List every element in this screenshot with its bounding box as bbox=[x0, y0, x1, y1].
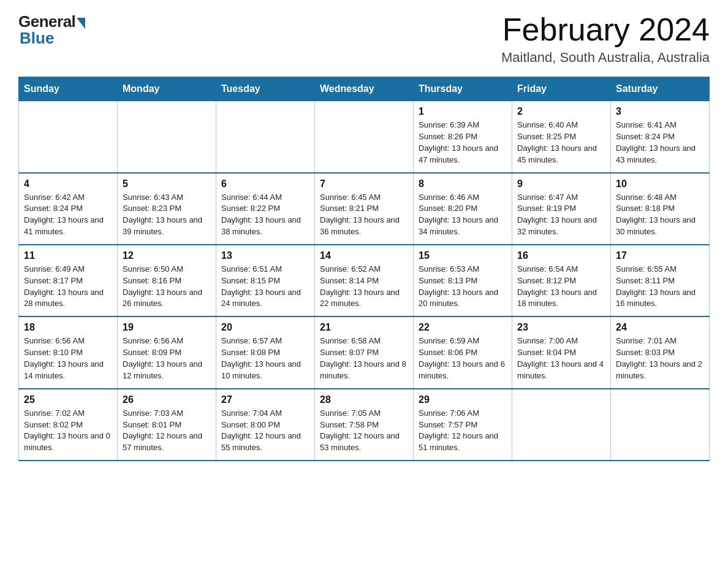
calendar-cell: 14Sunrise: 6:52 AM Sunset: 8:14 PM Dayli… bbox=[315, 245, 414, 316]
day-info: Sunrise: 6:49 AM Sunset: 8:17 PM Dayligh… bbox=[24, 264, 112, 310]
day-info: Sunrise: 6:41 AM Sunset: 8:24 PM Dayligh… bbox=[616, 120, 704, 166]
calendar-cell: 20Sunrise: 6:57 AM Sunset: 8:08 PM Dayli… bbox=[216, 316, 315, 388]
day-info: Sunrise: 6:47 AM Sunset: 8:19 PM Dayligh… bbox=[517, 192, 605, 238]
day-info: Sunrise: 6:48 AM Sunset: 8:18 PM Dayligh… bbox=[616, 192, 704, 238]
day-number: 26 bbox=[123, 394, 211, 405]
logo-arrow-icon bbox=[77, 18, 85, 29]
calendar-cell: 2Sunrise: 6:40 AM Sunset: 8:25 PM Daylig… bbox=[512, 101, 611, 173]
day-info: Sunrise: 6:42 AM Sunset: 8:24 PM Dayligh… bbox=[24, 192, 112, 238]
day-number: 17 bbox=[616, 250, 704, 261]
calendar-cell: 8Sunrise: 6:46 AM Sunset: 8:20 PM Daylig… bbox=[414, 173, 512, 245]
calendar-cell: 26Sunrise: 7:03 AM Sunset: 8:01 PM Dayli… bbox=[118, 389, 216, 461]
day-number: 19 bbox=[123, 322, 211, 333]
calendar-cell bbox=[512, 389, 611, 461]
calendar-cell: 24Sunrise: 7:01 AM Sunset: 8:03 PM Dayli… bbox=[611, 316, 710, 388]
day-info: Sunrise: 6:56 AM Sunset: 8:09 PM Dayligh… bbox=[123, 335, 211, 381]
calendar-cell: 1Sunrise: 6:39 AM Sunset: 8:26 PM Daylig… bbox=[414, 101, 512, 173]
calendar-cell: 13Sunrise: 6:51 AM Sunset: 8:15 PM Dayli… bbox=[216, 245, 315, 316]
calendar-cell: 4Sunrise: 6:42 AM Sunset: 8:24 PM Daylig… bbox=[19, 173, 118, 245]
calendar-location: Maitland, South Australia, Australia bbox=[501, 50, 710, 66]
day-info: Sunrise: 6:59 AM Sunset: 8:06 PM Dayligh… bbox=[419, 335, 507, 381]
day-number: 2 bbox=[517, 106, 605, 117]
day-number: 27 bbox=[221, 394, 309, 405]
day-number: 4 bbox=[24, 178, 112, 190]
day-number: 24 bbox=[616, 322, 704, 333]
day-info: Sunrise: 7:00 AM Sunset: 8:04 PM Dayligh… bbox=[517, 335, 605, 381]
day-number: 18 bbox=[24, 322, 112, 333]
calendar-title: February 2024 bbox=[501, 12, 710, 47]
day-number: 7 bbox=[320, 178, 408, 190]
calendar-cell: 7Sunrise: 6:45 AM Sunset: 8:21 PM Daylig… bbox=[315, 173, 414, 245]
calendar-cell: 15Sunrise: 6:53 AM Sunset: 8:13 PM Dayli… bbox=[414, 245, 512, 316]
day-info: Sunrise: 6:50 AM Sunset: 8:16 PM Dayligh… bbox=[123, 264, 211, 310]
calendar-cell: 3Sunrise: 6:41 AM Sunset: 8:24 PM Daylig… bbox=[611, 101, 710, 173]
day-number: 8 bbox=[419, 178, 507, 190]
day-number: 5 bbox=[123, 178, 211, 190]
day-number: 23 bbox=[517, 322, 605, 333]
column-header-thursday: Thursday bbox=[414, 77, 512, 101]
title-block: February 2024 Maitland, South Australia,… bbox=[501, 12, 710, 66]
day-info: Sunrise: 7:03 AM Sunset: 8:01 PM Dayligh… bbox=[123, 408, 211, 454]
day-number: 9 bbox=[517, 178, 605, 190]
calendar-week-row: 11Sunrise: 6:49 AM Sunset: 8:17 PM Dayli… bbox=[19, 245, 710, 316]
day-info: Sunrise: 6:55 AM Sunset: 8:11 PM Dayligh… bbox=[616, 264, 704, 310]
calendar-header-row: SundayMondayTuesdayWednesdayThursdayFrid… bbox=[19, 77, 710, 101]
day-number: 29 bbox=[419, 394, 507, 405]
day-info: Sunrise: 7:01 AM Sunset: 8:03 PM Dayligh… bbox=[616, 335, 704, 381]
column-header-sunday: Sunday bbox=[19, 77, 118, 101]
calendar-cell: 29Sunrise: 7:06 AM Sunset: 7:57 PM Dayli… bbox=[414, 389, 512, 461]
calendar-cell bbox=[216, 101, 315, 173]
day-number: 14 bbox=[320, 250, 408, 261]
calendar-cell: 5Sunrise: 6:43 AM Sunset: 8:23 PM Daylig… bbox=[118, 173, 216, 245]
day-number: 15 bbox=[419, 250, 507, 261]
calendar-cell bbox=[315, 101, 414, 173]
day-info: Sunrise: 6:43 AM Sunset: 8:23 PM Dayligh… bbox=[123, 192, 211, 238]
day-info: Sunrise: 6:45 AM Sunset: 8:21 PM Dayligh… bbox=[320, 192, 408, 238]
day-number: 12 bbox=[123, 250, 211, 261]
day-number: 28 bbox=[320, 394, 408, 405]
page-header: General Blue February 2024 Maitland, Sou… bbox=[18, 12, 710, 66]
day-number: 6 bbox=[221, 178, 309, 190]
day-info: Sunrise: 6:53 AM Sunset: 8:13 PM Dayligh… bbox=[419, 264, 507, 310]
day-info: Sunrise: 6:52 AM Sunset: 8:14 PM Dayligh… bbox=[320, 264, 408, 310]
day-number: 16 bbox=[517, 250, 605, 261]
column-header-wednesday: Wednesday bbox=[315, 77, 414, 101]
calendar-cell: 17Sunrise: 6:55 AM Sunset: 8:11 PM Dayli… bbox=[611, 245, 710, 316]
calendar-cell: 16Sunrise: 6:54 AM Sunset: 8:12 PM Dayli… bbox=[512, 245, 611, 316]
day-info: Sunrise: 6:39 AM Sunset: 8:26 PM Dayligh… bbox=[419, 120, 507, 166]
day-info: Sunrise: 6:46 AM Sunset: 8:20 PM Dayligh… bbox=[419, 192, 507, 238]
day-number: 1 bbox=[419, 106, 507, 117]
day-number: 25 bbox=[24, 394, 112, 405]
day-info: Sunrise: 7:05 AM Sunset: 7:58 PM Dayligh… bbox=[320, 408, 408, 454]
day-number: 11 bbox=[24, 250, 112, 261]
calendar-cell: 9Sunrise: 6:47 AM Sunset: 8:19 PM Daylig… bbox=[512, 173, 611, 245]
calendar-week-row: 4Sunrise: 6:42 AM Sunset: 8:24 PM Daylig… bbox=[19, 173, 710, 245]
day-info: Sunrise: 6:54 AM Sunset: 8:12 PM Dayligh… bbox=[517, 264, 605, 310]
calendar-cell: 22Sunrise: 6:59 AM Sunset: 8:06 PM Dayli… bbox=[414, 316, 512, 388]
day-info: Sunrise: 6:58 AM Sunset: 8:07 PM Dayligh… bbox=[320, 335, 408, 381]
day-info: Sunrise: 6:57 AM Sunset: 8:08 PM Dayligh… bbox=[221, 335, 309, 381]
column-header-friday: Friday bbox=[512, 77, 611, 101]
day-info: Sunrise: 7:06 AM Sunset: 7:57 PM Dayligh… bbox=[419, 408, 507, 454]
column-header-monday: Monday bbox=[118, 77, 216, 101]
day-number: 10 bbox=[616, 178, 704, 190]
day-info: Sunrise: 6:40 AM Sunset: 8:25 PM Dayligh… bbox=[517, 120, 605, 166]
calendar-table: SundayMondayTuesdayWednesdayThursdayFrid… bbox=[18, 77, 710, 461]
day-info: Sunrise: 7:02 AM Sunset: 8:02 PM Dayligh… bbox=[24, 408, 112, 454]
calendar-cell bbox=[611, 389, 710, 461]
calendar-cell: 27Sunrise: 7:04 AM Sunset: 8:00 PM Dayli… bbox=[216, 389, 315, 461]
calendar-cell bbox=[118, 101, 216, 173]
day-info: Sunrise: 6:56 AM Sunset: 8:10 PM Dayligh… bbox=[24, 335, 112, 381]
calendar-cell: 23Sunrise: 7:00 AM Sunset: 8:04 PM Dayli… bbox=[512, 316, 611, 388]
column-header-saturday: Saturday bbox=[611, 77, 710, 101]
calendar-week-row: 18Sunrise: 6:56 AM Sunset: 8:10 PM Dayli… bbox=[19, 316, 710, 388]
calendar-cell: 6Sunrise: 6:44 AM Sunset: 8:22 PM Daylig… bbox=[216, 173, 315, 245]
calendar-week-row: 1Sunrise: 6:39 AM Sunset: 8:26 PM Daylig… bbox=[19, 101, 710, 173]
column-header-tuesday: Tuesday bbox=[216, 77, 315, 101]
day-number: 20 bbox=[221, 322, 309, 333]
logo: General Blue bbox=[18, 12, 85, 48]
day-number: 22 bbox=[419, 322, 507, 333]
calendar-cell: 28Sunrise: 7:05 AM Sunset: 7:58 PM Dayli… bbox=[315, 389, 414, 461]
calendar-cell: 18Sunrise: 6:56 AM Sunset: 8:10 PM Dayli… bbox=[19, 316, 118, 388]
calendar-cell: 21Sunrise: 6:58 AM Sunset: 8:07 PM Dayli… bbox=[315, 316, 414, 388]
